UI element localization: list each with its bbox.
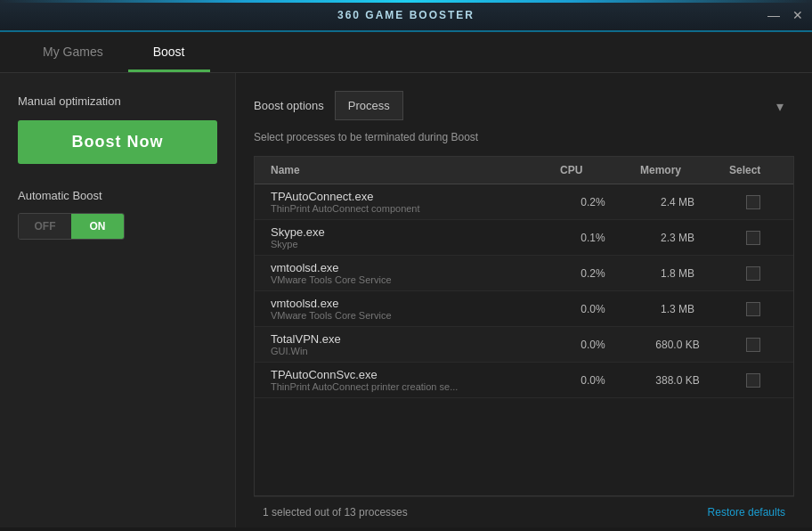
main-layout: Manual optimization Boost Now Automatic … <box>0 73 812 527</box>
content-area: Boost options Process Select processes t… <box>236 73 812 527</box>
process-select-cell <box>722 256 784 290</box>
close-button[interactable]: ✕ <box>792 9 803 21</box>
process-memory: 1.3 MB <box>633 291 722 326</box>
process-select-cell <box>722 327 784 362</box>
process-name: TPAutoConnSvc.exe <box>271 368 378 381</box>
footer-status: 1 selected out of 13 processes <box>263 506 408 519</box>
boost-description: Select processes to be terminated during… <box>254 131 794 143</box>
process-cpu: 0.1% <box>553 220 633 255</box>
toggle-off-option[interactable]: OFF <box>19 214 71 239</box>
process-name-cell: TPAutoConnSvc.exe ThinPrint AutoConnect … <box>264 363 553 397</box>
automatic-boost-label: Automatic Boost <box>18 189 217 202</box>
process-memory: 388.0 KB <box>633 363 722 397</box>
table-row: vmtoolsd.exe VMware Tools Core Service 0… <box>255 256 793 291</box>
process-name: vmtoolsd.exe <box>271 297 339 310</box>
tab-my-games[interactable]: My Games <box>18 32 128 72</box>
process-memory: 1.8 MB <box>633 256 722 290</box>
process-checkbox[interactable] <box>746 266 760 281</box>
table-row: TotalVPN.exe GUI.Win 0.0% 680.0 KB <box>255 327 793 363</box>
boost-now-button[interactable]: Boost Now <box>18 120 217 164</box>
nav-tabs: My Games Boost <box>0 32 812 73</box>
process-cpu: 0.0% <box>553 291 633 326</box>
table-row: TPAutoConnSvc.exe ThinPrint AutoConnect … <box>255 363 793 398</box>
table-row: Skype.exe Skype 0.1% 2.3 MB <box>255 220 793 256</box>
process-name-cell: Skype.exe Skype <box>264 220 553 255</box>
process-name-cell: vmtoolsd.exe VMware Tools Core Service <box>264 291 553 326</box>
process-memory: 2.3 MB <box>633 220 722 255</box>
process-desc: VMware Tools Core Service <box>271 274 392 285</box>
process-table: Name CPU Memory Select TPAutoConnect.exe… <box>254 156 794 496</box>
table-footer: 1 selected out of 13 processes Restore d… <box>254 496 794 527</box>
manual-optimization-label: Manual optimization <box>18 94 217 108</box>
boost-options-row: Boost options Process <box>254 91 794 120</box>
process-name: vmtoolsd.exe <box>271 261 339 274</box>
table-header: Name CPU Memory Select <box>255 157 793 184</box>
automatic-boost-toggle[interactable]: OFF ON <box>18 213 125 240</box>
col-select: Select <box>722 157 784 184</box>
table-row: TPAutoConnect.exe ThinPrint AutoConnect … <box>255 184 793 220</box>
process-desc: ThinPrint AutoConnect printer creation s… <box>271 381 458 392</box>
app-title: 360 GAME BOOSTER <box>337 9 475 21</box>
process-name: Skype.exe <box>271 225 325 239</box>
table-body: TPAutoConnect.exe ThinPrint AutoConnect … <box>255 184 793 495</box>
process-desc: GUI.Win <box>271 346 308 356</box>
process-cpu: 0.0% <box>553 327 633 362</box>
title-bar: 360 GAME BOOSTER — ✕ <box>0 0 812 32</box>
process-select-cell <box>722 363 784 397</box>
process-name: TotalVPN.exe <box>271 332 341 346</box>
process-name-cell: vmtoolsd.exe VMware Tools Core Service <box>264 256 553 290</box>
process-cpu: 0.2% <box>553 256 633 290</box>
process-desc: Skype <box>271 239 298 249</box>
process-desc: ThinPrint AutoConnect component <box>271 203 420 214</box>
col-cpu: CPU <box>553 157 633 184</box>
process-cpu: 0.2% <box>553 184 633 219</box>
boost-options-label: Boost options <box>254 99 324 112</box>
boost-options-select-wrapper: Process <box>335 91 794 120</box>
restore-defaults-button[interactable]: Restore defaults <box>708 506 785 519</box>
process-memory: 680.0 KB <box>633 327 722 362</box>
process-name-cell: TotalVPN.exe GUI.Win <box>264 327 553 362</box>
process-select-cell <box>722 291 784 326</box>
tab-boost[interactable]: Boost <box>128 32 210 72</box>
process-select-cell <box>722 184 784 219</box>
process-checkbox[interactable] <box>746 195 760 209</box>
process-memory: 2.4 MB <box>633 184 722 219</box>
col-memory: Memory <box>633 157 722 184</box>
process-checkbox[interactable] <box>746 373 760 388</box>
process-name-cell: TPAutoConnect.exe ThinPrint AutoConnect … <box>264 184 553 219</box>
process-checkbox[interactable] <box>746 338 760 352</box>
minimize-button[interactable]: — <box>767 9 780 21</box>
toggle-on-option[interactable]: ON <box>71 214 124 239</box>
table-row: vmtoolsd.exe VMware Tools Core Service 0… <box>255 291 793 327</box>
sidebar: Manual optimization Boost Now Automatic … <box>0 73 236 527</box>
process-select-cell <box>722 220 784 255</box>
process-name: TPAutoConnect.exe <box>271 190 373 203</box>
process-desc: VMware Tools Core Service <box>271 310 392 321</box>
title-bar-controls: — ✕ <box>767 9 803 21</box>
process-cpu: 0.0% <box>553 363 633 397</box>
process-checkbox[interactable] <box>746 302 760 316</box>
boost-options-select[interactable]: Process <box>335 91 403 120</box>
process-checkbox[interactable] <box>746 231 760 245</box>
col-name: Name <box>264 157 553 184</box>
